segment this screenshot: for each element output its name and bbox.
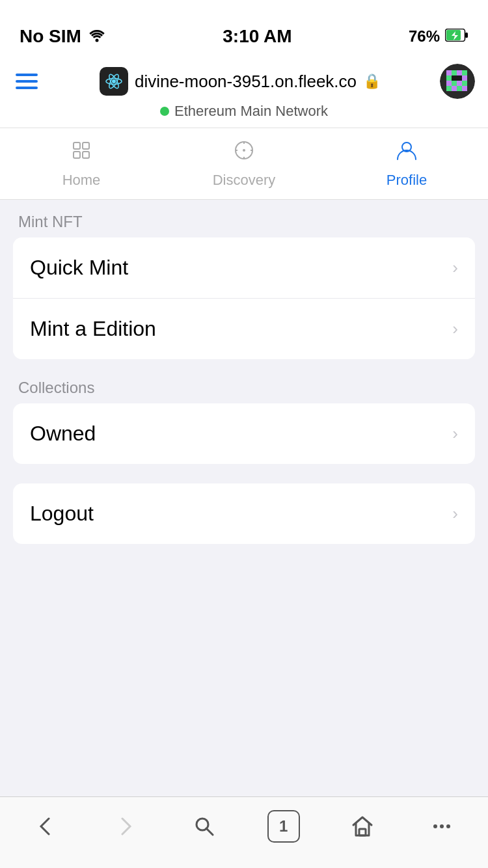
status-bar: No SIM 3:10 AM 76% [0, 0, 488, 57]
svg-point-42 [446, 824, 450, 828]
svg-rect-23 [446, 86, 452, 91]
hamburger-line-2 [16, 80, 38, 83]
battery-icon [445, 27, 468, 46]
browser-bar: 1 [0, 796, 488, 868]
logout-label: Logout [30, 502, 94, 526]
site-url: divine-moon-3951.on.fleek.co [135, 72, 357, 92]
logout-chevron: › [452, 504, 458, 524]
tab-count: 1 [267, 810, 300, 843]
hamburger-button[interactable] [13, 71, 40, 92]
svg-rect-21 [452, 86, 457, 91]
svg-point-31 [243, 149, 245, 152]
svg-line-38 [206, 828, 213, 835]
home-button[interactable] [340, 807, 385, 846]
mint-edition-chevron: › [452, 319, 458, 339]
logout-section: Logout › [13, 483, 475, 544]
profile-icon [395, 139, 418, 168]
svg-rect-28 [74, 152, 80, 158]
collections-section: Collections Owned › [13, 379, 475, 464]
svg-rect-15 [457, 75, 462, 81]
svg-rect-24 [462, 86, 467, 91]
network-line: Ethereum Main Network [160, 103, 328, 120]
svg-rect-22 [457, 86, 462, 91]
quick-mint-chevron: › [452, 258, 458, 278]
avatar[interactable] [440, 64, 475, 99]
quick-mint-item[interactable]: Quick Mint › [13, 237, 475, 299]
main-content: Mint NFT Quick Mint › Mint a Edition › C… [0, 200, 488, 576]
status-time: 3:10 AM [223, 26, 291, 47]
svg-rect-27 [83, 142, 89, 149]
svg-rect-20 [462, 81, 467, 86]
svg-rect-10 [452, 70, 457, 75]
home-icon [70, 139, 93, 168]
react-icon [100, 67, 128, 96]
mint-nft-group: Quick Mint › Mint a Edition › [13, 237, 475, 359]
logout-group: Logout › [13, 483, 475, 544]
network-label: Ethereum Main Network [174, 103, 328, 120]
tab-discovery-label: Discovery [213, 172, 276, 189]
back-button[interactable] [23, 807, 69, 846]
collections-label: Collections [18, 379, 475, 397]
quick-mint-label: Quick Mint [30, 256, 128, 280]
tab-home[interactable]: Home [0, 128, 163, 199]
collections-group: Owned › [13, 403, 475, 464]
status-indicators: 76% [409, 27, 468, 46]
tab-profile-label: Profile [386, 172, 427, 189]
header-title-area: divine-moon-3951.on.fleek.co 🔒 [100, 67, 381, 96]
tab-profile[interactable]: Profile [325, 128, 488, 199]
svg-rect-13 [446, 75, 452, 81]
svg-rect-18 [452, 81, 457, 86]
svg-rect-17 [446, 81, 452, 86]
nav-tabs: Home Discovery Profile [0, 128, 488, 200]
svg-rect-2 [465, 33, 468, 38]
forward-button[interactable] [102, 807, 148, 846]
owned-item[interactable]: Owned › [13, 403, 475, 464]
wifi-icon [88, 26, 106, 47]
hamburger-line-1 [16, 74, 38, 76]
svg-rect-16 [462, 75, 467, 81]
lock-icon: 🔒 [363, 73, 381, 90]
tab-home-label: Home [62, 172, 101, 189]
logout-item[interactable]: Logout › [13, 483, 475, 544]
svg-rect-12 [462, 70, 467, 75]
owned-label: Owned [30, 422, 96, 446]
owned-chevron: › [452, 424, 458, 444]
status-carrier-area: No SIM [20, 26, 106, 47]
svg-rect-26 [74, 142, 80, 149]
battery-percent: 76% [409, 27, 440, 46]
svg-point-0 [95, 39, 98, 42]
discovery-icon [232, 139, 256, 168]
hamburger-line-3 [16, 87, 38, 89]
svg-point-41 [440, 824, 444, 828]
svg-point-4 [112, 79, 116, 83]
svg-rect-9 [446, 70, 452, 75]
header-top-row: divine-moon-3951.on.fleek.co 🔒 [13, 64, 475, 99]
mint-nft-label: Mint NFT [18, 213, 475, 231]
svg-rect-11 [457, 70, 462, 75]
svg-rect-19 [457, 81, 462, 86]
svg-rect-29 [83, 152, 89, 158]
svg-rect-39 [359, 829, 366, 835]
header-bar: divine-moon-3951.on.fleek.co 🔒 [0, 57, 488, 128]
svg-point-40 [433, 824, 437, 828]
more-button[interactable] [419, 807, 465, 846]
svg-rect-14 [452, 75, 457, 81]
mint-nft-section: Mint NFT Quick Mint › Mint a Edition › [13, 213, 475, 359]
tab-discovery[interactable]: Discovery [163, 128, 325, 199]
carrier-label: No SIM [20, 26, 81, 47]
tabs-button[interactable]: 1 [261, 807, 306, 846]
network-dot [160, 107, 169, 116]
mint-edition-item[interactable]: Mint a Edition › [13, 299, 475, 359]
mint-edition-label: Mint a Edition [30, 317, 156, 341]
search-button[interactable] [182, 807, 227, 846]
